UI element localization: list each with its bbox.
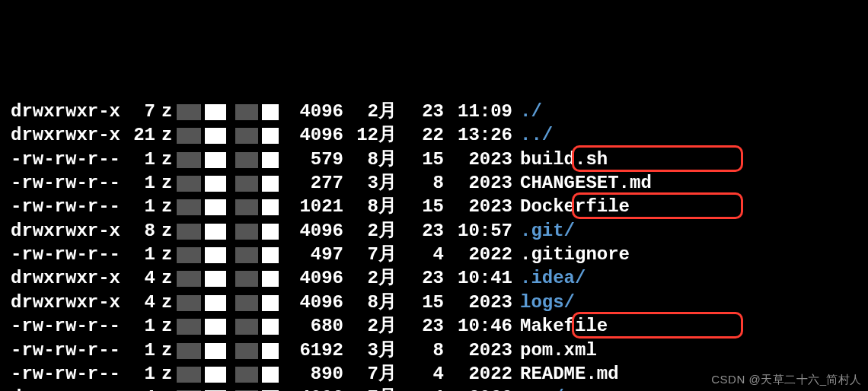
file-row: -rw-rw-r--1z61923月82023pom.xml (11, 339, 868, 362)
file-row: -rw-rw-r--1z5798月152023build.sh (11, 148, 868, 171)
time-or-year: 2023 (444, 148, 512, 171)
day: 4 (397, 362, 444, 386)
owner-group: z (155, 195, 281, 218)
month: 7月 (343, 386, 397, 391)
permissions: -rw-rw-r-- (11, 148, 125, 171)
month: 12月 (343, 123, 397, 147)
link-count: 4 (125, 386, 155, 391)
permissions: -rw-rw-r-- (11, 314, 125, 338)
link-count: 1 (125, 362, 155, 386)
file-size: 4096 (281, 266, 343, 290)
file-row: -rw-rw-r--1z4977月42022.gitignore (11, 243, 868, 266)
permissions: drwxrwxr-x (11, 386, 125, 391)
time-or-year: 10:57 (444, 219, 512, 243)
day: 22 (397, 123, 444, 147)
owner-group: z (155, 148, 281, 171)
month: 2月 (343, 100, 397, 123)
file-size: 1021 (281, 195, 343, 218)
file-size: 4096 (281, 100, 343, 123)
file-name: src/ (512, 386, 564, 391)
file-row: drwxrwxr-x8z40962月2310:57.git/ (11, 219, 868, 243)
time-or-year: 11:09 (444, 100, 512, 123)
month: 8月 (343, 291, 397, 314)
owner-group: z (155, 386, 281, 391)
day: 23 (397, 266, 444, 290)
ls-output: drwxrwxr-x7z40962月2311:09./drwxrwxr-x21z… (11, 100, 868, 391)
owner-group: z (155, 362, 281, 386)
permissions: drwxrwxr-x (11, 123, 125, 147)
link-count: 1 (125, 171, 155, 195)
file-size: 680 (281, 314, 343, 338)
file-name: README.md (512, 362, 619, 386)
time-or-year: 10:46 (444, 314, 512, 338)
time-or-year: 10:41 (444, 266, 512, 290)
file-name: Makefile (512, 314, 608, 338)
time-or-year: 2023 (444, 195, 512, 218)
file-row: -rw-rw-r--1z10218月152023Dockerfile (11, 195, 868, 218)
owner-group: z (155, 291, 281, 314)
file-size: 890 (281, 362, 343, 386)
file-row: drwxrwxr-x21z409612月2213:26../ (11, 123, 868, 147)
time-or-year: 2022 (444, 386, 512, 391)
file-size: 497 (281, 243, 343, 266)
month: 2月 (343, 266, 397, 290)
day: 8 (397, 339, 444, 362)
file-row: drwxrwxr-x7z40962月2311:09./ (11, 100, 868, 123)
permissions: drwxrwxr-x (11, 291, 125, 314)
day: 23 (397, 100, 444, 123)
file-row: -rw-rw-r--1z2773月82023CHANGESET.md (11, 171, 868, 195)
day: 4 (397, 243, 444, 266)
day: 23 (397, 314, 444, 338)
month: 7月 (343, 362, 397, 386)
time-or-year: 2022 (444, 243, 512, 266)
file-name: Dockerfile (512, 195, 630, 218)
permissions: -rw-rw-r-- (11, 243, 125, 266)
file-size: 6192 (281, 339, 343, 362)
month: 3月 (343, 339, 397, 362)
link-count: 4 (125, 291, 155, 314)
link-count: 1 (125, 148, 155, 171)
month: 3月 (343, 171, 397, 195)
link-count: 8 (125, 219, 155, 243)
day: 15 (397, 291, 444, 314)
permissions: -rw-rw-r-- (11, 171, 125, 195)
month: 8月 (343, 195, 397, 218)
file-name: .idea/ (512, 266, 586, 290)
owner-group: z (155, 314, 281, 338)
permissions: -rw-rw-r-- (11, 339, 125, 362)
watermark-text: CSDN @天草二十六_简村人 (711, 372, 862, 387)
owner-group: z (155, 100, 281, 123)
file-row: drwxrwxr-x4z40968月152023logs/ (11, 291, 868, 314)
day: 15 (397, 195, 444, 218)
link-count: 1 (125, 314, 155, 338)
file-size: 4096 (281, 123, 343, 147)
file-size: 277 (281, 171, 343, 195)
day: 4 (397, 386, 444, 391)
permissions: -rw-rw-r-- (11, 362, 125, 386)
file-name: ../ (512, 123, 553, 147)
file-name: .gitignore (512, 243, 630, 266)
file-name: build.sh (512, 148, 608, 171)
file-size: 4096 (281, 219, 343, 243)
time-or-year: 2023 (444, 339, 512, 362)
permissions: -rw-rw-r-- (11, 195, 125, 218)
link-count: 1 (125, 243, 155, 266)
permissions: drwxrwxr-x (11, 100, 125, 123)
month: 2月 (343, 219, 397, 243)
link-count: 1 (125, 195, 155, 218)
link-count: 1 (125, 339, 155, 362)
link-count: 7 (125, 100, 155, 123)
link-count: 21 (125, 123, 155, 147)
link-count: 4 (125, 266, 155, 290)
month: 7月 (343, 243, 397, 266)
month: 2月 (343, 314, 397, 338)
owner-group: z (155, 266, 281, 290)
day: 23 (397, 219, 444, 243)
file-name: logs/ (512, 291, 575, 314)
file-name: .git/ (512, 219, 575, 243)
owner-group: z (155, 123, 281, 147)
owner-group: z (155, 171, 281, 195)
file-row: -rw-rw-r--1z6802月2310:46Makefile (11, 314, 868, 338)
time-or-year: 2023 (444, 291, 512, 314)
file-row: drwxrwxr-x4z40962月2310:41.idea/ (11, 266, 868, 290)
